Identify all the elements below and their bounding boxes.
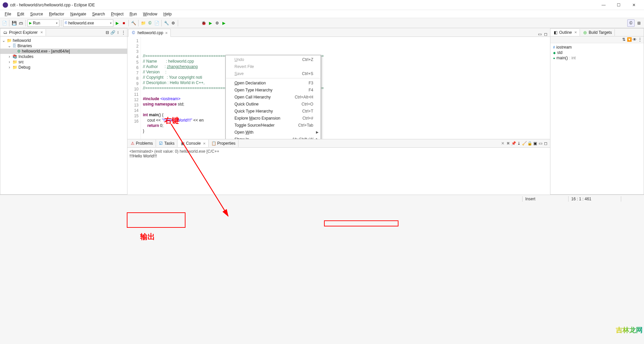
folder-icon[interactable]: 📁	[140, 20, 146, 26]
menu-refactor[interactable]: Refactor	[46, 11, 67, 17]
ctx-explore-macro-expansion[interactable]: Explore Macro ExpansionCtrl+#	[226, 115, 321, 122]
project-explorer-tab[interactable]: 🗂 Project Explorer ✕	[0, 29, 46, 36]
file-icon[interactable]: 📄	[154, 20, 160, 26]
close-tab-icon[interactable]: ✕	[165, 31, 168, 35]
maximize-button[interactable]: ☐	[611, 0, 626, 10]
maximize-editor-icon[interactable]: ◻	[543, 32, 548, 37]
collapse-all-icon[interactable]: ⊟	[105, 30, 110, 35]
gear-icon[interactable]: ⚙	[214, 20, 220, 26]
console-scroll-icon[interactable]: ⤓	[517, 141, 521, 146]
bottom-panel: ⚠Problems ☑Tasks ▣Console✕ 📋Properties ✕…	[127, 139, 550, 195]
ctx-undo: UndoCtrl+Z	[226, 56, 321, 63]
ctx-open-call-hierarchy[interactable]: Open Call HierarchyCtrl+Alt+H	[226, 93, 321, 100]
profile-icon[interactable]: ▶	[221, 20, 227, 26]
code-area[interactable]: //======================================…	[141, 37, 550, 139]
project-explorer-icon: 🗂	[3, 30, 8, 35]
toggle-icon[interactable]: ⚙	[170, 20, 176, 26]
stop-icon[interactable]: ■	[121, 20, 127, 26]
statusbar: Insert 16 : 1 : 461	[0, 195, 644, 203]
menu-edit[interactable]: Edit	[14, 11, 27, 17]
tree-binaries[interactable]: ⌄🗄Binaries	[0, 43, 127, 49]
tree-debug[interactable]: ›📁Debug	[0, 65, 127, 70]
class-icon[interactable]: ©	[147, 20, 153, 26]
project-explorer-panel: 🗂 Project Explorer ✕ ⊟ 🔗 ⫶ ⋮ ⌄📁helloworl…	[0, 28, 127, 195]
outline-title: Outline	[559, 30, 572, 35]
minimize-button[interactable]: ―	[596, 0, 611, 10]
ctx-open-type-hierarchy[interactable]: Open Type HierarchyF4	[226, 86, 321, 93]
new-icon[interactable]: 📄	[1, 20, 7, 26]
view-menu-icon[interactable]: ⋮	[121, 30, 126, 35]
menu-search[interactable]: Search	[90, 11, 108, 17]
filter-icon[interactable]: ⫶	[116, 30, 120, 35]
tab-problems[interactable]: ⚠Problems	[127, 140, 156, 147]
launch-mode-select[interactable]: ▶Run ▾	[28, 19, 59, 27]
ctx-toggle-source-header[interactable]: Toggle Source/HeaderCtrl+Tab	[226, 122, 321, 129]
console-pin-icon[interactable]: 📌	[511, 141, 516, 146]
project-explorer-title: Project Explorer	[9, 30, 38, 35]
tree-binary-item[interactable]: ⚙helloworld.exe - [amd64/le]	[0, 49, 127, 54]
status-position: 16 : 1 : 461	[571, 197, 618, 201]
menu-navigate[interactable]: Navigate	[67, 11, 89, 17]
minimize-view-icon[interactable]: ▭	[538, 141, 543, 146]
outline-hide-icon[interactable]: 👁	[632, 37, 637, 42]
menu-window[interactable]: Window	[140, 11, 160, 17]
outline-filter-icon[interactable]: 🔽	[627, 37, 632, 42]
context-menu: UndoCtrl+ZRevert FileSaveCtrl+SOpen Decl…	[225, 55, 321, 139]
menu-file[interactable]: File	[2, 11, 14, 17]
save-all-icon[interactable]: 🗃	[18, 20, 24, 26]
window-title: cdt - helloworld/src/helloworld.cpp - Ec…	[10, 3, 596, 7]
console-body[interactable]: <terminated> (exit value: 0) helloworld.…	[127, 148, 550, 195]
maximize-view-icon[interactable]: ◻	[543, 141, 548, 146]
console-open-icon[interactable]: ▣	[533, 141, 537, 146]
console-remove-icon[interactable]: ✕	[500, 141, 505, 146]
console-lock-icon[interactable]: 🔒	[527, 141, 532, 146]
launch-config-select[interactable]: ©helloworld.exe ▾	[63, 19, 113, 27]
menu-source[interactable]: Source	[28, 11, 46, 17]
outline-panel: ◧ Outline ✕ ◎ Build Targets ⇅ 🔽 👁 ⋮ #ios…	[550, 28, 644, 195]
link-editor-icon[interactable]: 🔗	[110, 30, 115, 35]
close-button[interactable]: ✕	[626, 0, 641, 10]
ctx-quick-type-hierarchy[interactable]: Quick Type HierarchyCtrl+T	[226, 108, 321, 115]
ctx-quick-outline[interactable]: Quick OutlineCtrl+O	[226, 100, 321, 108]
cpp-file-icon: ©	[131, 30, 136, 35]
run-dropdown-icon[interactable]: ▶	[207, 20, 213, 26]
editor-tab-label: helloworld.cpp	[138, 30, 163, 35]
status-mode: Insert	[525, 197, 566, 201]
tree-includes[interactable]: ›📚Includes	[0, 54, 127, 59]
outline-item[interactable]: #iostream	[552, 45, 642, 50]
code-editor[interactable]: 12345678910111213141516 //==============…	[127, 37, 550, 139]
ctx-open-declaration[interactable]: Open DeclarationF3	[226, 79, 321, 86]
outline-menu-icon[interactable]: ⋮	[638, 37, 642, 42]
properties-icon: 📋	[211, 141, 216, 146]
ctx-show-in[interactable]: Show InAlt+Shift+W▶	[226, 136, 321, 139]
build-targets-tab[interactable]: ◎ Build Targets	[580, 29, 615, 36]
problems-icon: ⚠	[130, 141, 135, 146]
project-tree: ⌄📁helloworld ⌄🗄Binaries ⚙helloworld.exe …	[0, 37, 127, 71]
build-targets-icon: ◎	[583, 30, 587, 35]
tab-tasks[interactable]: ☑Tasks	[156, 140, 178, 147]
tab-properties[interactable]: 📋Properties	[209, 140, 238, 147]
save-icon[interactable]: 💾	[11, 20, 17, 26]
build-icon[interactable]: 🔨	[130, 20, 137, 26]
console-clear-icon[interactable]: 🧹	[522, 141, 527, 146]
perspective-cpp-icon[interactable]: ©	[627, 19, 635, 27]
tree-project[interactable]: ⌄📁helloworld	[0, 38, 127, 43]
outline-tab[interactable]: ◧ Outline ✕	[550, 29, 580, 36]
perspective-other-icon[interactable]: ⊞	[635, 19, 643, 27]
editor-tab[interactable]: © helloworld.cpp ✕	[128, 29, 171, 37]
outline-item[interactable]: ●main() : int	[552, 55, 642, 61]
tab-console[interactable]: ▣Console✕	[177, 140, 209, 147]
menu-run[interactable]: Run	[127, 11, 140, 17]
console-removeall-icon[interactable]: ✖	[506, 141, 511, 146]
menu-help[interactable]: Help	[161, 11, 174, 17]
run-icon[interactable]: ▶	[114, 20, 120, 26]
debug-icon[interactable]: 🐞	[201, 20, 207, 26]
menu-project[interactable]: Project	[108, 11, 126, 17]
build-targets-title: Build Targets	[589, 30, 612, 35]
outline-sort-icon[interactable]: ⇅	[622, 37, 626, 42]
tree-src[interactable]: ›📁src	[0, 59, 127, 65]
outline-item[interactable]: ◆std	[552, 50, 642, 55]
ctx-open-with[interactable]: Open With▶	[226, 129, 321, 136]
minimize-editor-icon[interactable]: ▭	[537, 32, 542, 37]
hammer-icon[interactable]: 🔧	[163, 20, 169, 26]
